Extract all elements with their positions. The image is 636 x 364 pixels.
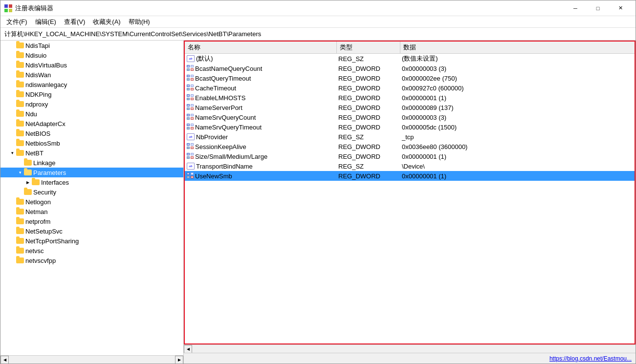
registry-values-table[interactable]: 名称 类型 数据 ab(默认)REG_SZ(数值未设置) BcastNameQu… [184,41,636,344]
cell-name-text: SessionKeepAlive [195,143,246,150]
reg-dword-icon [187,114,194,121]
svg-rect-50 [187,118,189,119]
cell-name-text: NameSrvQueryTimeout [195,124,262,131]
table-row[interactable]: BcastQueryTimeoutREG_DWORD0x0000002ee (7… [185,73,635,83]
menu-favorites[interactable]: 收藏夹(A) [89,17,124,27]
cell-type: REG_DWORD [336,64,400,73]
cell-name-text: BcastNameQueryCount [195,65,262,72]
cell-type: REG_DWORD [336,122,400,132]
tree-item-netprofm[interactable]: netprofm [0,216,183,226]
tree-item-netvscvfpp[interactable]: netvscvfpp [0,256,183,265]
tree-label: netvsc [25,247,44,255]
cell-name: ab(默认) [185,54,336,64]
table-row[interactable]: NameSrvQueryCountREG_DWORD0x00000003 (3) [185,112,635,122]
cell-name: BcastNameQueryCount [185,64,336,73]
tree-item-NetTcpPortSharing[interactable]: NetTcpPortSharing [0,236,183,246]
table-row[interactable]: EnableLMHOSTSREG_DWORD0x00000001 (1) [185,93,635,103]
folder-open-icon [24,170,32,175]
tree-item-NdisWan[interactable]: NdisWan [0,70,183,80]
tree-item-NetBIOS[interactable]: NetBIOS [0,128,183,138]
table-row[interactable]: SessionKeepAliveREG_DWORD0x0036ee80 (360… [185,142,635,151]
tree-label: ndproxy [25,101,48,108]
tree-item-NetSetupSvc[interactable]: NetSetupSvc [0,226,183,236]
tree-item-NetAdapterCx[interactable]: NetAdapterCx [0,119,183,128]
tree-item-Ndisuio[interactable]: Ndisuio [0,50,183,60]
svg-rect-3 [9,9,12,12]
folder-icon [16,121,24,127]
col-header-type: 类型 [336,42,400,54]
svg-rect-73 [191,153,193,155]
registry-tree[interactable]: NdisTapi Ndisuio NdisVirtualBus [0,41,183,355]
menu-edit[interactable]: 编辑(E) [31,17,60,27]
expand-icon [8,237,16,245]
breadcrumb-path: 计算机\HKEY_LOCAL_MACHINE\SYSTEM\CurrentCon… [4,30,261,39]
tree-item-Netman[interactable]: Netman [0,207,183,216]
cell-data: 0x00000089 (137) [400,103,635,112]
left-hscrollbar[interactable]: ◀ ▶ [0,355,183,364]
tree-item-ndiswanlegacy[interactable]: ndiswanlegacy [0,80,183,89]
tree-item-NdisVirtualBus[interactable]: NdisVirtualBus [0,60,183,70]
svg-rect-81 [191,173,193,174]
tree-item-Ndu[interactable]: Ndu [0,109,183,119]
table-row[interactable]: BcastNameQueryCountREG_DWORD0x00000003 (… [185,64,635,73]
menu-help[interactable]: 帮助(H) [125,17,154,27]
maximize-button[interactable]: □ [587,0,609,16]
reg-dword-icon [187,85,194,92]
cell-name-text: TransportBindName [196,163,253,170]
tree-item-netvsc[interactable]: netvsc [0,246,183,256]
menu-file[interactable]: 文件(F) [2,17,31,27]
tree-item-Linkage[interactable]: Linkage [0,158,183,168]
svg-rect-32 [187,95,189,96]
table-row[interactable]: NameServerPortREG_DWORD0x00000089 (137) [185,103,635,112]
tree-item-Security[interactable]: Security [0,187,183,197]
reg-dword-icon [187,65,194,72]
scroll-right-button[interactable]: ▶ [175,356,183,364]
expand-icon [8,61,16,69]
reg-dword-icon [187,172,194,180]
tree-item-Netlogon[interactable]: Netlogon [0,197,183,207]
table-row[interactable]: UseNewSmbREG_DWORD0x00000001 (1) [185,171,635,181]
table-row[interactable]: ab(默认)REG_SZ(数值未设置) [185,54,635,64]
expand-icon [8,51,16,59]
scroll-left-button[interactable]: ◀ [0,356,9,364]
table-row[interactable]: abNbProviderREG_SZ_tcp [185,132,635,142]
expand-icon [8,208,16,215]
svg-rect-40 [187,105,189,106]
tree-label: netprofm [25,218,50,225]
svg-rect-8 [187,65,189,67]
svg-rect-35 [191,98,193,100]
table-row[interactable]: abTransportBindNameREG_SZ\Device\ [185,161,635,171]
svg-rect-43 [191,108,193,109]
svg-rect-66 [187,147,189,149]
svg-rect-16 [187,75,189,77]
table-row[interactable]: CacheTimeoutREG_DWORD0x000927c0 (600000) [185,83,635,93]
folder-icon [16,130,24,136]
minimize-button[interactable]: ─ [564,0,587,16]
main-content: NdisTapi Ndisuio NdisVirtualBus [0,41,636,364]
table-row[interactable]: NameSrvQueryTimeoutREG_DWORD0x000005dc (… [185,122,635,132]
svg-rect-19 [191,79,193,80]
tree-item-NDKPing[interactable]: NDKPing [0,89,183,99]
tree-item-NetbiosSmb[interactable]: NetbiosSmb [0,138,183,148]
svg-rect-10 [187,69,189,70]
expand-icon [8,100,16,108]
reg-dword-icon [187,75,194,82]
svg-rect-72 [187,153,189,155]
folder-icon [16,150,24,156]
right-hscrollbar[interactable]: ◀ [184,344,636,353]
tree-item-ndproxy[interactable]: ndproxy [0,99,183,109]
tree-item-NdisTapi[interactable]: NdisTapi [0,41,183,50]
scroll-left-btn[interactable]: ◀ [184,345,192,353]
folder-icon [24,189,32,195]
tree-item-NetBT[interactable]: ▾ NetBT [0,148,183,158]
cell-type: REG_SZ [336,132,400,142]
tree-label: Interfaces [41,179,69,186]
tree-item-Parameters[interactable]: ▾ Parameters [0,168,183,177]
folder-icon [16,209,24,214]
folder-icon [16,82,24,87]
svg-rect-75 [191,157,193,158]
table-row[interactable]: Size/Small/Medium/LargeREG_DWORD0x000000… [185,151,635,161]
close-button[interactable]: ✕ [609,0,632,16]
menu-view[interactable]: 查看(V) [60,17,89,27]
tree-item-Interfaces[interactable]: ▶ Interfaces [0,177,183,187]
